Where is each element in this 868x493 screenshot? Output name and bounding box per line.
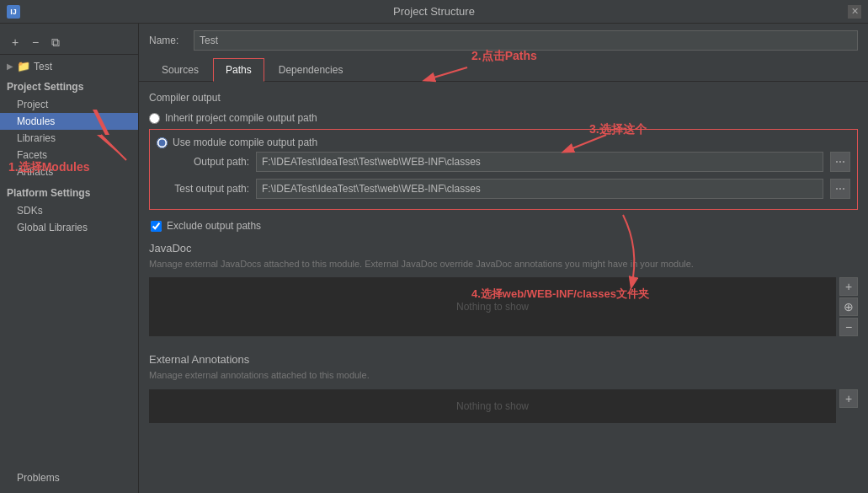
sidebar-item-problems[interactable]: Problems	[0, 469, 138, 486]
javadoc-move-btn[interactable]: ⊕	[839, 297, 858, 316]
window-title: Project Structure	[393, 5, 475, 18]
tab-paths[interactable]: Paths	[213, 58, 264, 82]
title-bar: IJ Project Structure ✕	[0, 0, 868, 24]
javadoc-add-btn[interactable]: +	[839, 277, 858, 296]
ext-annotations-nothing: Nothing to show	[456, 400, 529, 412]
javadoc-section: JavaDoc Manage external JavaDocs attache…	[149, 242, 858, 336]
sidebar-item-project[interactable]: Project	[0, 96, 138, 113]
output-path-browse[interactable]: ⋯	[830, 152, 850, 172]
output-path-input[interactable]	[256, 152, 823, 172]
radio-inherit-input[interactable]	[149, 113, 160, 124]
sidebar-item-libraries[interactable]: Libraries	[0, 130, 138, 147]
close-button[interactable]: ✕	[848, 5, 861, 19]
add-button[interactable]: +	[7, 34, 24, 51]
ext-annotations-list: Nothing to show	[149, 389, 836, 423]
ext-annotations-add-btn[interactable]: +	[839, 389, 858, 408]
tree-item-label: Test	[34, 61, 52, 72]
javadoc-list: Nothing to show	[149, 277, 836, 336]
exclude-checkbox-row: Exclude output paths	[149, 220, 858, 232]
javadoc-list-wrapper: Nothing to show + ⊕ −	[149, 277, 858, 336]
sidebar-item-facets[interactable]: Facets	[0, 147, 138, 163]
test-output-path-label: Test output path:	[157, 183, 249, 195]
name-row: Name:	[139, 24, 868, 57]
test-output-path-input[interactable]	[256, 179, 823, 199]
sidebar-item-global-libraries[interactable]: Global Libraries	[0, 219, 138, 236]
folder-icon: 📁	[17, 60, 30, 72]
exclude-checkbox[interactable]	[151, 221, 162, 232]
radio-use-module[interactable]: Use module compile output path	[157, 137, 850, 148]
name-input[interactable]	[194, 30, 858, 51]
radio-inherit[interactable]: Inherit project compile output path	[149, 112, 858, 124]
name-label: Name:	[149, 35, 187, 46]
external-annotations-section: External Annotations Manage external ann…	[149, 353, 858, 422]
exclude-label: Exclude output paths	[167, 220, 261, 232]
tab-sources[interactable]: Sources	[149, 58, 211, 82]
app-icon: IJ	[7, 5, 20, 19]
javadoc-title: JavaDoc	[149, 242, 858, 255]
output-path-row: Output path: ⋯	[157, 148, 850, 175]
tree-item-test[interactable]: ▶ 📁 Test	[0, 58, 138, 74]
content-area: Name: Sources Paths Dependencies Compile…	[139, 24, 868, 493]
main-container: + − ⧉ ▶ 📁 Test Project Settings Project …	[0, 24, 868, 493]
title-bar-left: IJ	[7, 5, 20, 19]
title-bar-right[interactable]: ✕	[848, 5, 861, 19]
ext-annotations-buttons: +	[839, 389, 858, 423]
tabs-row: Sources Paths Dependencies	[139, 57, 868, 82]
copy-button[interactable]: ⧉	[47, 34, 64, 51]
tree-arrow: ▶	[7, 62, 13, 71]
sidebar-item-modules[interactable]: Modules	[0, 113, 138, 130]
radio-inherit-label: Inherit project compile output path	[165, 112, 317, 124]
radio-use-module-label: Use module compile output path	[173, 137, 317, 148]
javadoc-desc: Manage external JavaDocs attached to thi…	[149, 258, 858, 271]
sidebar-item-sdks[interactable]: SDKs	[0, 202, 138, 219]
sidebar-item-artifacts[interactable]: Artifacts	[0, 163, 138, 180]
external-annotations-title: External Annotations	[149, 353, 858, 366]
output-path-label: Output path:	[157, 156, 249, 168]
test-output-path-row: Test output path: ⋯	[157, 175, 850, 202]
panel: Compiler output Inherit project compile …	[139, 82, 868, 493]
compiler-output-title: Compiler output	[149, 92, 858, 104]
sidebar: + − ⧉ ▶ 📁 Test Project Settings Project …	[0, 24, 139, 493]
javadoc-nothing: Nothing to show	[456, 301, 529, 313]
javadoc-remove-btn[interactable]: −	[839, 318, 858, 336]
tab-dependencies[interactable]: Dependencies	[266, 58, 356, 82]
sidebar-toolbar: + − ⧉	[0, 30, 138, 55]
test-output-path-browse[interactable]: ⋯	[830, 179, 850, 199]
project-settings-header: Project Settings	[0, 74, 138, 96]
remove-button[interactable]: −	[27, 34, 44, 51]
use-module-box: Use module compile output path Output pa…	[149, 129, 858, 210]
ext-annotations-list-wrapper: Nothing to show +	[149, 389, 858, 423]
javadoc-buttons: + ⊕ −	[839, 277, 858, 336]
radio-use-module-input[interactable]	[157, 137, 168, 148]
radio-group: Inherit project compile output path Use …	[149, 112, 858, 210]
platform-settings-header: Platform Settings	[0, 180, 138, 202]
external-annotations-desc: Manage external annotations attached to …	[149, 369, 858, 382]
